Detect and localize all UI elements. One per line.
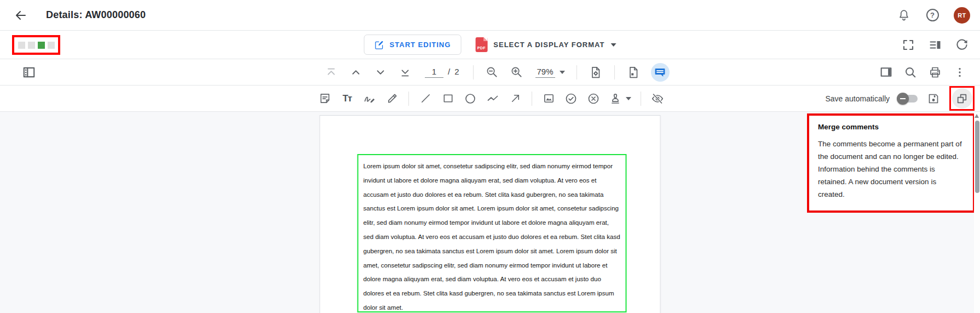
zoom-out-button[interactable] [485,65,499,79]
first-page-button[interactable] [324,65,338,79]
notifications-button[interactable] [897,8,911,22]
arrow-left-icon [14,9,27,22]
status-squares-red-annotation [12,35,60,55]
x-circle-icon [587,92,600,105]
refresh-button[interactable] [955,38,969,52]
magnifier-plus-icon [510,66,523,78]
edit-pencil-icon [374,40,384,50]
check-circle-icon [564,92,578,105]
zoom-level-value[interactable]: 79% [535,67,555,78]
page-settings-button[interactable] [589,65,603,79]
polyline-tool[interactable] [486,92,500,106]
more-options-button[interactable] [953,65,967,79]
comments-mode-button[interactable] [651,63,670,82]
text-annotation-tool[interactable]: Tт [340,92,354,106]
annotation-toolbar: Tт [0,86,980,112]
merge-squares-icon [956,93,968,105]
save-automatically-toggle[interactable] [898,95,918,103]
status-square [48,42,55,49]
display-format-label: SELECT A DISPLAY FORMAT [493,41,604,49]
polyline-icon [486,92,499,105]
image-annotation-tool[interactable] [541,92,556,106]
ellipse-tool[interactable] [463,92,477,106]
ink-draw-tool[interactable] [362,92,377,106]
circle-icon [464,92,477,105]
back-button[interactable] [10,4,32,26]
page-number-input[interactable]: 1 [425,67,443,78]
chevron-down-bar-icon [399,66,411,78]
status-square-active [38,42,45,49]
start-editing-button[interactable]: START EDITING [364,35,462,55]
hide-annotations-tool[interactable] [650,92,665,106]
help-icon: ? [926,9,939,21]
printer-icon [929,66,942,79]
fullscreen-button[interactable] [901,38,915,52]
image-icon [543,92,555,105]
approve-stamp-tool[interactable] [564,92,578,106]
text-highlight-green-annotation: Lorem ipsum dolor sit amet, consetetur s… [358,154,627,312]
rectangle-tool[interactable] [441,92,455,106]
help-button[interactable]: ? [925,8,939,22]
sidebar-thumbnails-icon [22,65,36,79]
next-page-button[interactable] [373,65,388,79]
stamp-icon [609,92,622,105]
note-annotation-tool[interactable] [318,92,332,106]
bell-icon [897,9,910,22]
zoom-level-dropdown[interactable]: 79% [535,67,565,78]
arrow-tool[interactable] [508,92,522,106]
magnifier-minus-icon [486,66,498,78]
last-page-button[interactable] [398,65,412,79]
fullscreen-icon [902,38,915,52]
freehand-ink-icon [363,92,376,105]
merge-comments-button[interactable] [952,88,972,109]
scrollbar-up-arrow-icon[interactable] [975,114,979,118]
comment-bubble-icon [654,66,666,78]
page-total: 2 [454,67,459,76]
comments-pane-toggle[interactable] [879,65,893,79]
page-separator: / [448,67,450,76]
merge-comments-red-annotation [949,86,975,111]
divider [641,92,641,106]
previous-page-button[interactable] [349,65,363,79]
search-button[interactable] [903,65,918,79]
tooltip-title: Merge comments [818,123,964,131]
status-square [18,42,25,49]
save-automatically-label: Save automatically [825,94,890,103]
highlighter-tool[interactable] [385,92,399,106]
divider [408,92,409,106]
tooltip-body: The comments become a permanent part of … [818,138,964,201]
print-button[interactable] [928,65,942,79]
reject-stamp-tool[interactable] [586,92,601,106]
page-title: Details: AW00000060 [46,9,146,21]
status-square [28,42,35,49]
panel-right-icon [879,65,893,79]
single-page-view-button[interactable] [626,65,641,79]
divider [532,92,532,106]
zoom-in-button[interactable] [510,65,524,79]
scrollbar-thumb[interactable] [975,121,979,193]
display-format-dropdown[interactable]: PDF SELECT A DISPLAY FORMAT [475,37,616,52]
line-tool[interactable] [418,92,433,106]
thumbnails-sidebar-toggle[interactable] [22,65,36,79]
document-body-text: Lorem ipsum dolor sit amet, consetetur s… [364,162,620,311]
side-panel-list-button[interactable] [928,38,942,52]
user-avatar[interactable]: RT [954,7,970,24]
line-icon [419,92,432,105]
chevron-down-icon [374,66,387,78]
merge-comments-tooltip: Merge comments The comments become a per… [807,113,975,213]
document-gear-icon [589,66,602,79]
chevron-down-icon [560,71,565,74]
divider [614,65,615,79]
document-viewport: Lorem ipsum dolor sit amet, consetetur s… [0,112,980,313]
divider [473,65,474,79]
chevron-down-icon [610,43,616,47]
document-page-icon [627,66,640,79]
save-button[interactable] [926,92,941,106]
stamp-tool-dropdown[interactable] [609,92,631,105]
search-icon [904,66,917,79]
vertical-scrollbar[interactable] [974,112,980,313]
chevron-up-bar-icon [325,66,337,78]
pdf-file-icon: PDF [475,37,487,52]
pdf-page[interactable]: Lorem ipsum dolor sit amet, consetetur s… [320,115,661,313]
eye-off-icon [651,92,664,105]
